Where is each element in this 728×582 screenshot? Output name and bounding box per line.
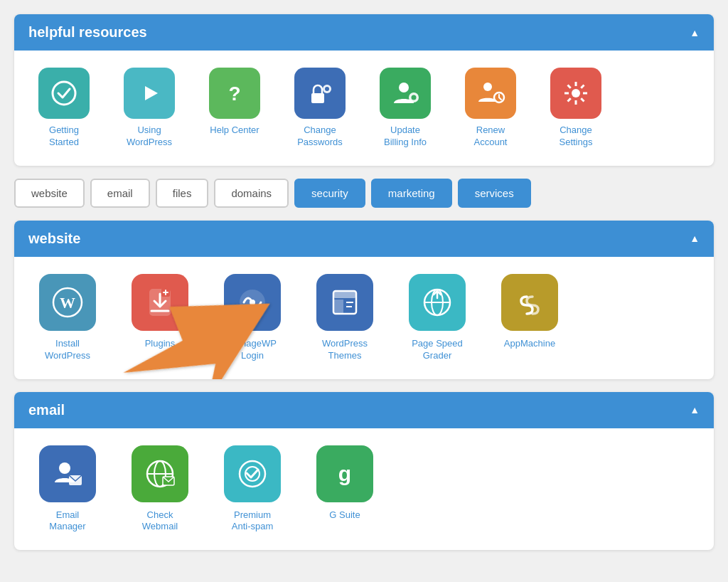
svg-line-17 (581, 98, 584, 101)
email-panel-body: EmailManager (14, 428, 714, 551)
tab-marketing[interactable]: marketing (371, 179, 452, 208)
g-suite-label: G Suite (329, 509, 360, 522)
tab-website[interactable]: website (14, 179, 85, 208)
email-item-email-manager[interactable]: EmailManager (28, 445, 107, 534)
email-panel-header: email ▲ (14, 392, 714, 428)
install-wordpress-icon: W (39, 274, 96, 331)
website-collapse-icon[interactable]: ▲ (690, 233, 700, 244)
email-manager-icon (39, 445, 96, 502)
svg-point-5 (325, 87, 329, 91)
svg-point-40 (59, 462, 70, 474)
page-speed-grader-label: Page SpeedGrader (412, 338, 463, 362)
resource-item-renew-account[interactable]: RenewAccount (455, 68, 526, 149)
svg-rect-31 (333, 291, 356, 298)
change-passwords-icon (294, 68, 346, 119)
email-collapse-icon[interactable]: ▲ (690, 404, 700, 416)
email-panel-title: email (28, 402, 65, 418)
check-webmail-icon (132, 445, 188, 502)
resource-item-getting-started[interactable]: GettingStarted (28, 68, 100, 149)
svg-point-9 (483, 83, 492, 91)
plugins-label: Plugins (145, 338, 176, 350)
website-item-wordpress-themes[interactable]: WordPressThemes (306, 274, 384, 362)
email-panel: email ▲ EmailManager (14, 392, 714, 551)
renew-account-icon (465, 68, 516, 119)
svg-marker-1 (145, 86, 158, 100)
resource-grid: GettingStarted UsingWordPress ? (28, 68, 700, 149)
resource-item-using-wordpress[interactable]: UsingWordPress (114, 68, 185, 149)
filter-tabs: website email files domains security mar… (14, 179, 714, 208)
managewp-label: ManageWPLogin (228, 338, 277, 362)
svg-rect-32 (333, 300, 343, 314)
website-item-managewp[interactable]: ManageWPLogin (213, 274, 291, 362)
check-webmail-label: CheckWebmail (142, 509, 178, 534)
website-item-appmachine[interactable]: AppMachine (491, 274, 569, 362)
tab-domains[interactable]: domains (214, 179, 289, 208)
update-billing-icon (380, 68, 431, 119)
email-item-premium-antispam[interactable]: PremiumAnti-spam (213, 445, 291, 534)
svg-point-6 (399, 83, 409, 92)
website-panel: website ▲ W InstallWordPress (14, 221, 714, 379)
resource-item-help-center[interactable]: ? Help Center (199, 68, 270, 149)
helpful-resources-panel: helpful resources ▲ GettingStarted (14, 14, 714, 166)
helpful-resources-header: helpful resources ▲ (14, 14, 714, 51)
premium-antispam-icon (224, 445, 281, 502)
svg-rect-3 (311, 93, 324, 103)
help-center-icon: ? (209, 68, 260, 119)
g-suite-icon: g (316, 445, 373, 502)
resource-item-change-passwords[interactable]: ChangePasswords (284, 68, 355, 149)
managewp-icon (224, 274, 281, 331)
email-item-check-webmail[interactable]: CheckWebmail (121, 445, 199, 534)
svg-point-29 (250, 300, 255, 305)
email-item-g-suite[interactable]: g G Suite (306, 445, 384, 534)
svg-text:g: g (338, 462, 351, 485)
page-speed-grader-icon (409, 274, 466, 331)
website-panel-body: W InstallWordPress (14, 257, 714, 379)
change-settings-icon (550, 68, 601, 119)
install-wordpress-label: InstallWordPress (45, 338, 90, 362)
tab-files[interactable]: files (156, 179, 209, 208)
svg-line-18 (581, 85, 584, 88)
website-item-plugins[interactable]: Plugins (121, 274, 199, 362)
using-wordpress-icon (124, 68, 175, 119)
svg-line-19 (568, 98, 571, 101)
renew-account-label: RenewAccount (474, 125, 508, 149)
website-item-page-speed-grader[interactable]: Page SpeedGrader (398, 274, 476, 362)
getting-started-icon (38, 68, 90, 119)
website-panel-header: website ▲ (14, 221, 714, 257)
email-grid: EmailManager (28, 445, 700, 534)
appmachine-label: AppMachine (504, 338, 555, 350)
getting-started-label: GettingStarted (49, 125, 79, 149)
svg-line-16 (568, 85, 571, 88)
wordpress-themes-icon (316, 274, 373, 331)
svg-text:?: ? (228, 83, 240, 105)
website-panel-title: website (28, 231, 80, 247)
svg-text:W: W (60, 294, 75, 312)
helpful-resources-body: GettingStarted UsingWordPress ? (14, 51, 714, 166)
website-item-install-wordpress[interactable]: W InstallWordPress (28, 274, 107, 362)
website-grid: W InstallWordPress (28, 274, 700, 362)
svg-point-47 (240, 461, 265, 487)
premium-antispam-label: PremiumAnti-spam (232, 509, 274, 534)
email-manager-label: EmailManager (49, 509, 85, 534)
plugins-icon (132, 274, 188, 331)
page-wrapper: helpful resources ▲ GettingStarted (14, 14, 714, 550)
tab-services[interactable]: services (458, 179, 531, 208)
tab-email[interactable]: email (90, 179, 150, 208)
tab-security[interactable]: security (294, 179, 365, 208)
update-billing-label: UpdateBilling Info (384, 125, 427, 149)
resource-item-update-billing[interactable]: UpdateBilling Info (370, 68, 441, 149)
svg-point-11 (572, 89, 580, 97)
svg-point-0 (53, 82, 75, 105)
svg-point-8 (412, 95, 417, 100)
helpful-resources-title: helpful resources (28, 24, 147, 41)
wordpress-themes-label: WordPressThemes (322, 338, 368, 362)
change-settings-label: ChangeSettings (560, 125, 593, 149)
resource-item-change-settings[interactable]: ChangeSettings (540, 68, 611, 149)
help-center-label: Help Center (210, 125, 259, 137)
change-passwords-label: ChangePasswords (297, 125, 343, 149)
collapse-arrow-icon[interactable]: ▲ (690, 27, 700, 38)
appmachine-icon (501, 274, 558, 331)
using-wordpress-label: UsingWordPress (127, 125, 172, 149)
